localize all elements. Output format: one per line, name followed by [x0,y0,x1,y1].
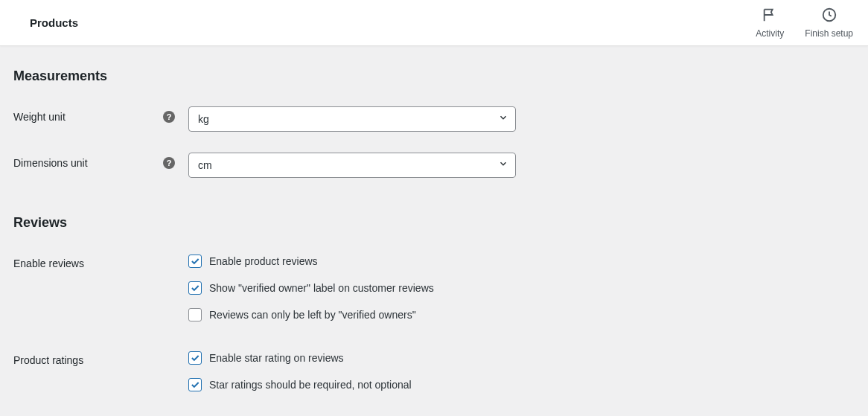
verified-owner-label-checkbox[interactable] [188,281,202,295]
verified-owner-label-row: Show "verified owner" label on customer … [188,281,434,295]
verified-owners-only-row: Reviews can only be left by "verified ow… [188,308,434,321]
topbar-actions: Activity Finish setup [756,7,853,39]
enable-product-reviews-row: Enable product reviews [188,255,434,268]
help-icon[interactable]: ? [163,111,175,123]
weight-unit-select-wrap: kg [188,106,516,132]
clock-icon [821,7,837,25]
enable-product-reviews-checkbox[interactable] [188,255,202,268]
star-ratings-required-label: Star ratings should be required, not opt… [209,379,412,391]
reviews-heading: Reviews [13,215,855,231]
weight-unit-control: kg [188,106,516,132]
page-title: Products [30,16,78,29]
product-ratings-label: Product ratings [13,354,175,366]
help-icon[interactable]: ? [163,157,175,169]
dimensions-unit-row: Dimensions unit ? cm [13,153,855,178]
dimensions-unit-label: Dimensions unit [13,157,163,169]
product-ratings-row: Product ratings Enable star rating on re… [13,350,855,391]
star-ratings-required-row: Star ratings should be required, not opt… [188,378,412,391]
flag-icon [762,7,778,25]
topbar: Products Activity Finish setup [0,0,868,46]
weight-unit-label: Weight unit [13,111,163,123]
check-icon [190,380,200,390]
finish-setup-button[interactable]: Finish setup [805,7,853,39]
check-icon [190,256,200,266]
weight-unit-value: kg [198,113,209,125]
enable-product-reviews-label: Enable product reviews [209,255,318,267]
star-ratings-required-checkbox[interactable] [188,378,202,391]
dimensions-unit-select[interactable]: cm [188,153,516,178]
verified-owners-only-checkbox[interactable] [188,308,202,321]
enable-reviews-options: Enable product reviews Show "verified ow… [188,253,434,321]
verified-owner-label-text: Show "verified owner" label on customer … [209,282,434,294]
dimensions-unit-select-wrap: cm [188,153,516,178]
dimensions-unit-control: cm [188,153,516,178]
weight-unit-row: Weight unit ? kg [13,106,855,132]
product-ratings-options: Enable star rating on reviews Star ratin… [188,350,412,391]
enable-reviews-row: Enable reviews Enable product reviews Sh… [13,253,855,321]
weight-unit-label-wrap: Weight unit ? [13,106,188,123]
enable-star-rating-checkbox[interactable] [188,351,202,365]
weight-unit-select[interactable]: kg [188,106,516,132]
product-ratings-label-wrap: Product ratings [13,350,188,366]
measurements-heading: Measurements [13,68,855,84]
enable-reviews-label-wrap: Enable reviews [13,253,188,269]
dimensions-unit-value: cm [198,159,212,171]
activity-label: Activity [756,28,784,39]
content: Measurements Weight unit ? kg Dimensions… [0,46,868,416]
enable-reviews-label: Enable reviews [13,257,175,269]
dimensions-unit-label-wrap: Dimensions unit ? [13,153,188,169]
activity-button[interactable]: Activity [756,7,784,39]
finish-setup-label: Finish setup [805,28,853,39]
enable-star-rating-label: Enable star rating on reviews [209,352,344,364]
check-icon [190,283,200,293]
enable-star-rating-row: Enable star rating on reviews [188,351,412,365]
check-icon [190,353,200,363]
verified-owners-only-label: Reviews can only be left by "verified ow… [209,309,416,321]
